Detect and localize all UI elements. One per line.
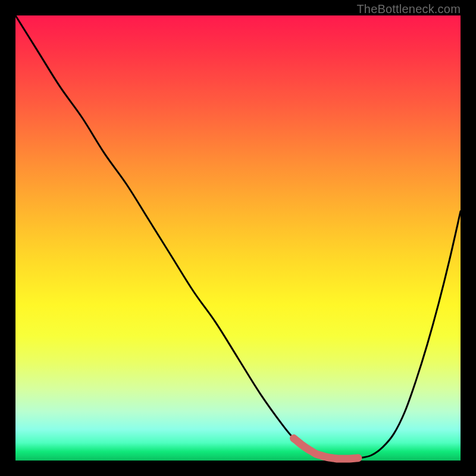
watermark-text: TheBottleneck.com — [356, 2, 461, 16]
trough-accent — [294, 439, 358, 459]
curve-layer — [15, 15, 461, 461]
chart-frame: TheBottleneck.com — [0, 0, 476, 476]
plot-area — [15, 15, 461, 461]
bottleneck-curve — [15, 15, 461, 459]
